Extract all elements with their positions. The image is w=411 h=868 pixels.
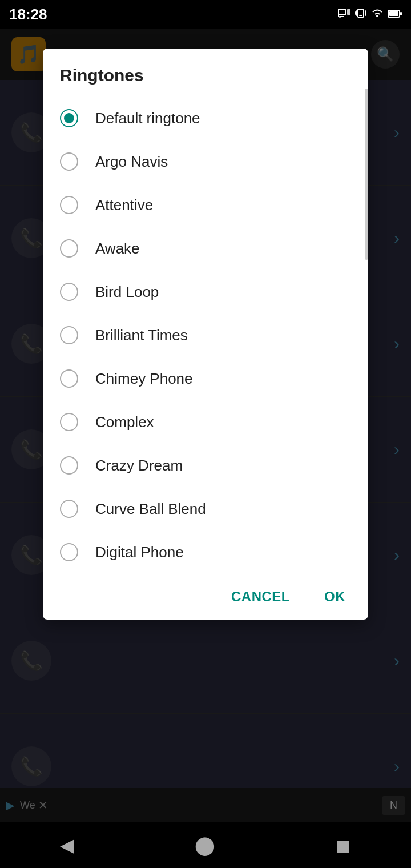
radio-bird-loop <box>60 283 78 301</box>
radio-argo-navis <box>60 152 78 171</box>
ringtone-label-crazy-dream: Crazy Dream <box>95 457 183 475</box>
bottom-nav: ◀ ⬤ ◼ <box>0 822 411 868</box>
ringtone-item-argo-navis[interactable]: Argo Navis <box>43 140 368 183</box>
ringtone-list: Default ringtoneArgo NavisAttentiveAwake… <box>43 97 368 574</box>
ringtone-label-digital-phone: Digital Phone <box>95 544 184 561</box>
status-time: 18:28 <box>9 6 47 23</box>
back-button[interactable]: ◀ <box>60 834 74 856</box>
ringtone-item-chimey-phone[interactable]: Chimey Phone <box>43 357 368 400</box>
ringtone-label-brilliant-times: Brilliant Times <box>95 327 188 344</box>
home-button[interactable]: ⬤ <box>195 834 215 856</box>
svg-rect-11 <box>389 11 398 16</box>
dialog-buttons: Cancel OK <box>43 574 368 620</box>
ringtone-item-brilliant-times[interactable]: Brilliant Times <box>43 314 368 357</box>
ringtone-item-awake[interactable]: Awake <box>43 227 368 270</box>
svg-rect-2 <box>347 9 350 15</box>
radio-complex <box>60 413 78 431</box>
ringtone-item-crazy-dream[interactable]: Crazy Dream <box>43 444 368 487</box>
battery-icon <box>388 9 402 21</box>
cast-icon <box>338 8 350 21</box>
ringtone-label-default-ringtone: Default ringtone <box>95 110 200 127</box>
cancel-button[interactable]: Cancel <box>220 583 301 610</box>
ringtone-label-curve-ball-blend: Curve Ball Blend <box>95 500 206 518</box>
ringtone-label-chimey-phone: Chimey Phone <box>95 370 193 388</box>
dialog-title: Ringtones <box>43 66 368 97</box>
ok-button[interactable]: OK <box>313 583 357 610</box>
ringtone-item-curve-ball-blend[interactable]: Curve Ball Blend <box>43 487 368 531</box>
svg-rect-4 <box>359 15 362 16</box>
ringtone-item-digital-phone[interactable]: Digital Phone <box>43 531 368 574</box>
svg-rect-0 <box>338 9 346 15</box>
svg-rect-12 <box>400 12 402 15</box>
ringtone-item-default-ringtone[interactable]: Default ringtone <box>43 97 368 140</box>
ringtone-label-attentive: Attentive <box>95 196 153 214</box>
svg-point-9 <box>376 15 378 17</box>
ringtone-label-argo-navis: Argo Navis <box>95 153 168 171</box>
vibrate-icon <box>355 7 366 22</box>
ringtone-label-complex: Complex <box>95 413 154 431</box>
scroll-indicator <box>365 89 368 260</box>
radio-attentive <box>60 196 78 214</box>
recent-button[interactable]: ◼ <box>336 834 351 856</box>
radio-curve-ball-blend <box>60 500 78 518</box>
ringtone-item-bird-loop[interactable]: Bird Loop <box>43 270 368 314</box>
ringtone-item-complex[interactable]: Complex <box>43 400 368 444</box>
radio-default-ringtone <box>60 109 78 127</box>
radio-chimey-phone <box>60 369 78 388</box>
radio-crazy-dream <box>60 456 78 475</box>
ringtone-label-bird-loop: Bird Loop <box>95 283 159 301</box>
ringtone-item-attentive[interactable]: Attentive <box>43 183 368 227</box>
status-bar: 18:28 <box>0 0 411 29</box>
radio-brilliant-times <box>60 326 78 344</box>
wifi-icon <box>371 9 384 21</box>
radio-awake <box>60 239 78 258</box>
radio-digital-phone <box>60 543 78 561</box>
ringtone-label-awake: Awake <box>95 240 140 258</box>
ringtones-dialog: Ringtones Default ringtoneArgo NavisAtte… <box>43 49 368 620</box>
status-icons <box>338 7 402 22</box>
